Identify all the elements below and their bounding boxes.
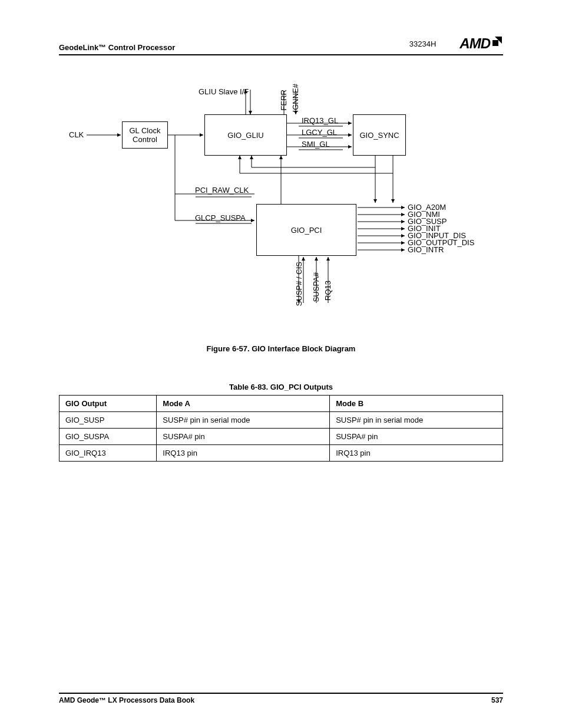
table-caption: Table 6-83. GIO_PCI Outputs [59,383,503,391]
label-ignne: IGNNE# [291,84,300,112]
label-irq13-gl: IRQ13_GL [302,116,338,125]
col-mode-a: Mode A [157,396,330,412]
label-gio-intr: GIO_INTR [408,245,444,254]
block-gio-pci: GIO_PCI [256,204,356,256]
col-mode-b: Mode B [330,396,503,412]
label-suspa: SUSPA# [312,272,320,302]
block-gio-gliu: GIO_GLIU [204,114,287,156]
label-smi-gl: SMI_GL [302,140,330,149]
footer-book: AMD Geode™ LX Processors Data Book [59,696,194,704]
gio-pci-outputs-table: GIO Output Mode A Mode B GIO_SUSP SUSP# … [59,395,503,462]
header-title: GeodeLink™ Control Processor [59,43,175,52]
page-header: GeodeLink™ Control Processor 33234H AMD [59,35,503,55]
doc-number: 33234H [409,39,437,48]
label-glcp-suspa: GLCP_SUSPA [195,213,246,222]
label-clk: CLK [69,130,84,139]
table-row: GIO_SUSPA SUSPA# pin SUSPA# pin [59,429,503,445]
block-diagram: GL Clock Control GIO_GLIU GIO_SYNC GIO_P… [75,79,487,332]
label-ferr: FERR [279,90,288,110]
label-pci-raw-clk: PCI_RAW_CLK [195,186,249,195]
page-footer: AMD Geode™ LX Processors Data Book 537 [59,693,503,704]
figure-caption: Figure 6-57. GIO Interface Block Diagram [59,344,503,353]
amd-arrow-icon [490,35,503,52]
table-row: GIO_SUSP SUSP# pin in serial mode SUSP# … [59,412,503,429]
label-susp-cis: SUSP# / CIS [295,262,303,306]
block-gio-sync: GIO_SYNC [353,114,406,156]
table-row: GIO_IRQ13 IRQ13 pin IRQ13 pin [59,445,503,462]
amd-logo: AMD [459,35,503,52]
footer-page: 537 [491,696,503,704]
block-gl-clock: GL Clock Control [122,121,168,149]
label-rq13: RQ13 [323,281,332,301]
page: GeodeLink™ Control Processor 33234H AMD [0,0,562,728]
label-gliu-slave: GLIU Slave I/F [199,87,249,96]
label-lgcy-gl: LGCY_GL [302,128,337,137]
col-gio-output: GIO Output [59,396,157,412]
